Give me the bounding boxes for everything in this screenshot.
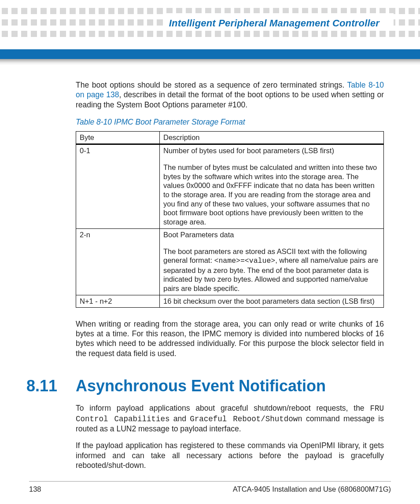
section-number: 8.11 — [26, 377, 76, 395]
cell-body-mono: <name>=<value> — [214, 257, 276, 265]
intro-paragraph: The boot options should be stored as a s… — [76, 80, 384, 110]
section-title: Asynchronous Event Notification — [76, 377, 326, 395]
header-shadow — [0, 59, 420, 65]
cell-body: The boot parameters are stored as ASCII … — [163, 247, 380, 293]
page-header-title: Intelligent Peripheral Management Contro… — [166, 17, 383, 30]
th-description: Description — [160, 132, 384, 144]
intro-text-b: , describes in detail the format of the … — [76, 90, 384, 109]
cell-desc: 16 bit checksum over the boot parameters… — [160, 295, 384, 307]
cell-byte: 2-n — [76, 228, 160, 295]
cell-lead: Number of bytes used for boot parameters… — [163, 147, 380, 155]
cell-body: The number of bytes must be calculated a… — [163, 163, 380, 226]
header-blue-bar — [0, 49, 420, 59]
section-paragraph-1: To inform payload applications about gra… — [76, 403, 384, 434]
doc-id: ATCA-9405 Installation and Use (6806800M… — [233, 485, 391, 493]
page-number: 138 — [29, 485, 41, 493]
cell-desc: Number of bytes used for boot parameters… — [160, 144, 384, 228]
th-byte: Byte — [76, 132, 160, 144]
cell-desc: Boot Parameters data The boot parameters… — [160, 228, 384, 295]
table-header-row: Byte Description — [76, 132, 384, 144]
cell-byte: 0-1 — [76, 144, 160, 228]
sect-p1-a: To inform payload applications about gra… — [76, 404, 370, 412]
intro-text-a: The boot options should be stored as a s… — [76, 81, 347, 89]
table-row: 0-1 Number of bytes used for boot parame… — [76, 144, 384, 228]
cell-lead: Boot Parameters data — [163, 231, 380, 239]
table-row: N+1 - n+2 16 bit checksum over the boot … — [76, 295, 384, 307]
boot-param-table: Byte Description 0-1 Number of bytes use… — [76, 131, 384, 308]
page-footer: 138 ATCA-9405 Installation and Use (6806… — [29, 481, 391, 493]
sect-p1-mono2: Graceful Reboot/Shutdown — [190, 415, 302, 423]
table-row: 2-n Boot Parameters data The boot parame… — [76, 228, 384, 295]
sect-p1-mid: and — [169, 414, 190, 423]
table-caption: Table 8-10 IPMC Boot Parameter Storage F… — [76, 118, 384, 127]
cell-byte: N+1 - n+2 — [76, 295, 160, 307]
section-paragraph-2: If the payload application has registere… — [76, 441, 384, 470]
after-table-paragraph: When writing or reading from the storage… — [76, 319, 384, 359]
